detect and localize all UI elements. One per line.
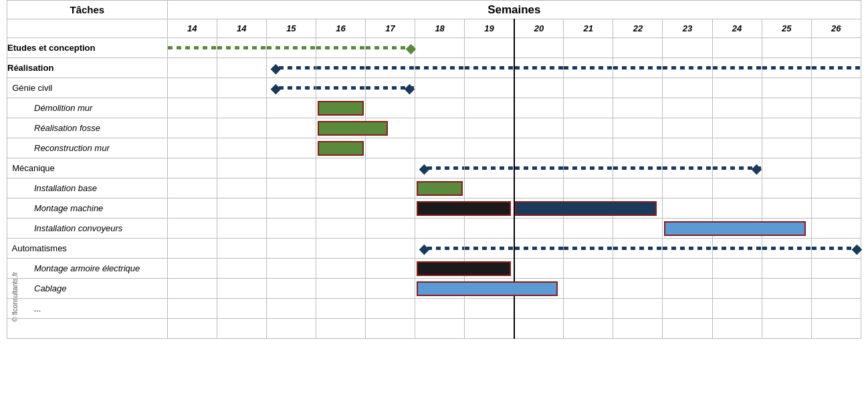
ib-w15	[266, 178, 316, 198]
dots-w19	[465, 299, 514, 319]
gc-w14b	[217, 78, 266, 98]
dots-w23	[663, 299, 712, 319]
aut-w21	[564, 239, 613, 259]
ic-w26	[811, 219, 861, 239]
empty-w25	[762, 319, 811, 339]
real-w23	[663, 58, 712, 78]
real-w14b	[217, 58, 266, 78]
gc-w16	[316, 78, 365, 98]
ma-w24	[712, 259, 762, 279]
etudes-w18	[415, 38, 465, 58]
dem-w14b	[217, 98, 266, 118]
rf-w18	[415, 118, 465, 138]
dots-w16	[316, 299, 365, 319]
ib-w14a	[167, 178, 217, 198]
rf-w14b	[217, 118, 266, 138]
dem-w24	[712, 98, 762, 118]
mec-w17	[366, 158, 415, 178]
row-genie-civil: Génie civil	[7, 78, 861, 98]
real-w17	[366, 58, 415, 78]
dots-w24	[712, 299, 762, 319]
empty-w23	[663, 319, 712, 339]
gc-w23	[663, 78, 712, 98]
ib-w20	[514, 178, 564, 198]
dem-w25	[762, 98, 811, 118]
aut-w19	[465, 239, 514, 259]
rf-w24	[712, 118, 762, 138]
etudes-w14b	[217, 38, 266, 58]
gantt-container: © flconsultants.fr Tâches Semaines	[7, 0, 861, 339]
week-16: 16	[316, 19, 365, 38]
etudes-w26	[811, 38, 861, 58]
mm-w25	[762, 198, 811, 219]
real-w22	[613, 58, 663, 78]
mm-w17	[366, 198, 415, 219]
week-15: 15	[266, 19, 316, 38]
gc-w14a	[167, 78, 217, 98]
ma-w15	[266, 259, 316, 279]
tasks-header: Tâches	[7, 1, 168, 19]
mec-w22	[613, 158, 663, 178]
rm-w22	[613, 138, 663, 158]
dem-w23	[663, 98, 712, 118]
row-etudes: Etudes et conception	[7, 38, 861, 58]
aut-w22	[613, 239, 663, 259]
ma-w17	[366, 259, 415, 279]
cab-w22	[613, 279, 663, 299]
real-w15	[266, 58, 316, 78]
etudes-w17	[366, 38, 415, 58]
empty-tasks	[7, 319, 168, 339]
task-dots-label: ...	[7, 299, 168, 319]
mec-w24	[712, 158, 762, 178]
ic-w14a	[167, 219, 217, 239]
row-montage-machine: Montage machine	[7, 198, 861, 219]
rf-w25	[762, 118, 811, 138]
etudes-w20	[514, 38, 564, 58]
etudes-w15	[266, 38, 316, 58]
rm-w19	[465, 138, 514, 158]
dem-w15	[266, 98, 316, 118]
task-armoire-label: Montage armoire électrique	[7, 259, 168, 279]
row-realisation: Réalisation	[7, 58, 861, 78]
task-reconstruction-label: Reconstruction mur	[7, 138, 168, 158]
gc-w15	[266, 78, 316, 98]
rf-w19	[465, 118, 514, 138]
week-23: 23	[663, 19, 712, 38]
rm-w24	[712, 138, 762, 158]
cab-w25	[762, 279, 811, 299]
rm-w14a	[167, 138, 217, 158]
row-installation-base: Installation base	[7, 178, 861, 198]
dots-w21	[564, 299, 613, 319]
rf-w20	[514, 118, 564, 138]
mec-w20	[514, 158, 564, 178]
mec-w19	[465, 158, 514, 178]
mm-w24	[712, 198, 762, 219]
real-w14a	[167, 58, 217, 78]
ic-w18	[415, 219, 465, 239]
aut-w17	[366, 239, 415, 259]
task-automatismes-label: Automatismes	[7, 239, 168, 259]
mec-w21	[564, 158, 613, 178]
ma-w22	[613, 259, 663, 279]
dem-w26	[811, 98, 861, 118]
dots-w26	[811, 299, 861, 319]
gc-w17	[366, 78, 415, 98]
ib-w18	[415, 178, 465, 198]
dem-w14a	[167, 98, 217, 118]
mm-w20	[514, 198, 564, 219]
aut-w15	[266, 239, 316, 259]
aut-w14a	[167, 239, 217, 259]
empty-w19	[465, 319, 514, 339]
rm-w26	[811, 138, 861, 158]
gc-w19	[465, 78, 514, 98]
ib-w21	[564, 178, 613, 198]
mm-w18	[415, 198, 465, 219]
gc-w21	[564, 78, 613, 98]
etudes-w22	[613, 38, 663, 58]
cab-w26	[811, 279, 861, 299]
week-20: 20	[514, 19, 564, 38]
gc-w26	[811, 78, 861, 98]
ma-w18	[415, 259, 465, 279]
dots-w17	[366, 299, 415, 319]
mec-w25	[762, 158, 811, 178]
